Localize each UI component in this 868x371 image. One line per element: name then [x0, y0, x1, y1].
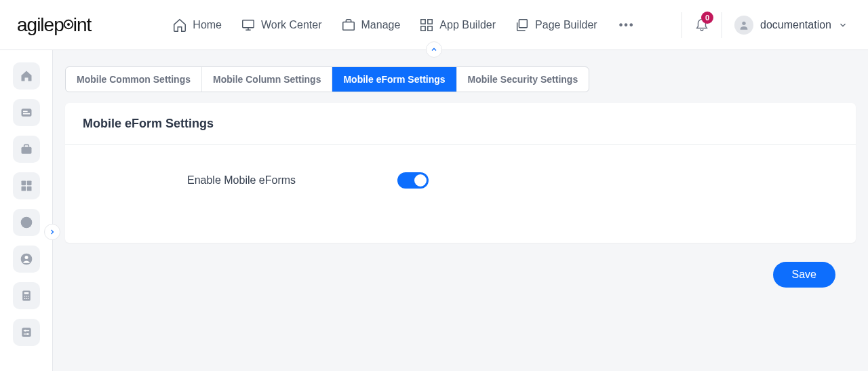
home-icon [172, 18, 187, 33]
tab-eform-settings[interactable]: Mobile eForm Settings [332, 67, 456, 92]
user-icon [20, 252, 33, 266]
user-name-label: documentation [760, 19, 831, 31]
grid-icon [419, 18, 434, 33]
chevron-down-icon [838, 20, 848, 30]
nav-more-button[interactable]: ••• [616, 19, 637, 31]
save-button[interactable]: Save [773, 262, 835, 288]
sidebar-item-sliders[interactable] [13, 319, 40, 346]
nav-label: App Builder [439, 19, 496, 31]
list-icon [20, 106, 33, 119]
panel-header: Mobile eForm Settings [65, 103, 856, 145]
calculator-icon [20, 289, 33, 302]
tab-security-settings[interactable]: Mobile Security Settings [457, 67, 589, 92]
user-menu[interactable]: documentation [734, 16, 848, 35]
nav-label: Work Center [261, 19, 322, 31]
svg-rect-28 [22, 328, 31, 336]
svg-point-19 [24, 256, 28, 259]
avatar-icon [734, 16, 753, 35]
nav-work-center[interactable]: Work Center [241, 18, 322, 33]
tab-common-settings[interactable]: Mobile Common Settings [66, 67, 202, 92]
notification-badge: 0 [701, 12, 713, 24]
more-icon: ••• [619, 19, 635, 31]
nav-label: Manage [361, 19, 401, 31]
sidebar-item-home[interactable] [13, 62, 40, 90]
tab-column-settings[interactable]: Mobile Column Settings [202, 67, 332, 92]
nav-label: Home [193, 19, 222, 31]
enable-mobile-eforms-label: Enable Mobile eForms [187, 174, 397, 187]
svg-point-29 [24, 330, 26, 332]
svg-rect-13 [21, 147, 31, 154]
copy-icon [515, 18, 530, 33]
sidebar-item-user[interactable] [13, 246, 40, 273]
nav-manage[interactable]: Manage [341, 18, 401, 33]
svg-rect-11 [23, 111, 28, 113]
svg-rect-12 [23, 113, 30, 115]
sliders-icon [20, 326, 33, 339]
nav-page-builder[interactable]: Page Builder [515, 18, 597, 33]
svg-rect-6 [421, 26, 425, 30]
svg-rect-3 [342, 22, 354, 30]
pie-chart-icon [20, 216, 33, 229]
svg-point-24 [27, 296, 28, 297]
divider [682, 12, 682, 38]
svg-rect-16 [21, 187, 26, 191]
svg-point-26 [26, 298, 27, 299]
svg-point-23 [26, 296, 27, 297]
chevron-up-icon [430, 45, 438, 54]
sidebar-item-briefcase[interactable] [13, 136, 40, 163]
toggle-knob [414, 174, 427, 187]
notifications-button[interactable]: 0 [694, 16, 709, 35]
actions-bar: Save [65, 243, 856, 308]
top-nav: Home Work Center Manage App Builder Page… [172, 18, 637, 33]
svg-point-27 [27, 298, 28, 299]
panel-body: Enable Mobile eForms [65, 145, 856, 243]
home-icon [20, 69, 33, 83]
svg-point-1 [67, 23, 70, 26]
nav-label: Page Builder [535, 19, 597, 31]
svg-point-30 [26, 333, 28, 335]
svg-rect-4 [421, 19, 425, 23]
svg-rect-2 [243, 20, 254, 27]
settings-panel: Mobile eForm Settings Enable Mobile eFor… [65, 103, 856, 243]
svg-rect-5 [428, 19, 432, 23]
logo: agilepint [17, 14, 91, 36]
enable-mobile-eforms-toggle[interactable] [397, 172, 429, 189]
apps-icon [20, 179, 33, 193]
sidebar-expand-button[interactable] [44, 224, 60, 240]
svg-rect-10 [21, 109, 31, 117]
svg-rect-21 [24, 292, 28, 294]
sidebar [0, 50, 53, 371]
chevron-right-icon [48, 228, 56, 236]
nav-home[interactable]: Home [172, 18, 222, 33]
svg-point-9 [742, 21, 745, 24]
svg-rect-17 [26, 187, 31, 191]
body: Mobile Common Settings Mobile Column Set… [0, 50, 868, 371]
sidebar-item-calculator[interactable] [13, 282, 40, 309]
svg-rect-14 [21, 181, 26, 186]
panel-title: Mobile eForm Settings [83, 117, 838, 131]
divider [722, 12, 722, 38]
header-collapse-button[interactable] [426, 41, 442, 58]
monitor-icon [241, 18, 256, 33]
sidebar-item-apps[interactable] [13, 172, 40, 199]
svg-rect-15 [26, 181, 31, 186]
main-content: Mobile Common Settings Mobile Column Set… [53, 50, 868, 371]
svg-point-25 [24, 298, 25, 299]
app-header: agilepint Home Work Center Manage App Bu… [0, 0, 868, 50]
briefcase-icon [20, 142, 33, 156]
settings-tabs: Mobile Common Settings Mobile Column Set… [65, 66, 589, 92]
svg-rect-7 [428, 26, 432, 30]
briefcase-icon [341, 18, 356, 33]
sidebar-item-list[interactable] [13, 99, 40, 126]
svg-point-22 [24, 296, 25, 297]
header-right: 0 documentation [682, 12, 848, 38]
sidebar-item-chart[interactable] [13, 209, 40, 236]
nav-app-builder[interactable]: App Builder [419, 18, 496, 33]
svg-rect-8 [519, 19, 527, 27]
